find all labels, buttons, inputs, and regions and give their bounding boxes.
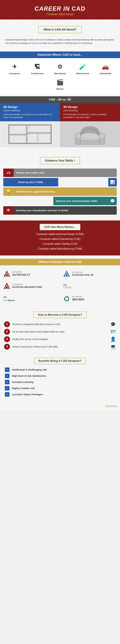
- 3dsmax-logo: [63, 295, 71, 302]
- how-step-3: 3 Finally, find Job as a CAD Designer 👤: [4, 336, 116, 342]
- footer: thinkvidya: [0, 403, 120, 411]
- svg-text:DS: DS: [64, 283, 67, 286]
- 3d-shape-svg: [60, 122, 120, 147]
- maths-icon: √x: [3, 168, 14, 177]
- it-label: Brush up your IT Skills: [3, 178, 58, 186]
- benefit-3: ✓ Highly Creative Job: [5, 386, 115, 390]
- step-4-icon: 💻: [110, 344, 116, 349]
- arch-name: AUTOCAD ARCHITECTURE: [12, 286, 42, 288]
- movies-label: Movies: [56, 88, 64, 90]
- software-section: Different Software Used in CAD AUTODESK …: [0, 257, 120, 308]
- biochemical-icon: 🧪: [77, 62, 88, 72]
- industry-mechanical: ⚙ Mechanical: [51, 62, 69, 75]
- 2d-image: [0, 121, 60, 147]
- svg-rect-4: [10, 126, 26, 134]
- automobile-label: Automobile: [100, 72, 111, 75]
- comparison-3d: 3D Design (Solid Modelling) A 3D illustr…: [60, 103, 120, 121]
- 3d-subtitle: (Solid Modelling): [63, 110, 117, 112]
- page-header: CAREER IN CAD Computer-Aided Design: [0, 0, 120, 20]
- civil3d-name: AUTOCAD CIVIL 3D: [72, 274, 93, 276]
- check-1-icon: ✓: [5, 374, 10, 378]
- svg-text:Works: Works: [8, 299, 15, 302]
- svg-text:CATIA: CATIA: [64, 286, 71, 289]
- check-0-icon: ✓: [5, 368, 10, 372]
- 3dsmax-name: 3DS MAX: [72, 298, 84, 302]
- benefit-3-text: Highly Creative Job: [12, 387, 35, 390]
- step-1-num: 1: [4, 321, 10, 327]
- maths-label: Pratice your maths well !: [14, 168, 117, 177]
- cad-names-section: CAD Has Many Names... Computer aided Ind…: [0, 220, 120, 256]
- 3dsmax-brand: AUTODESK: [72, 296, 84, 298]
- comparison-images: [0, 121, 120, 147]
- cad-comparison-section: CAD - 2D vs. 3D 2D Design (Surface Model…: [0, 95, 120, 150]
- industry-architecture: 🏗 Architecture: [28, 62, 46, 75]
- what-is-cad-heading: What is CAD All About?: [38, 26, 82, 33]
- how-step-2: 2 Do an internship where CAD-related ski…: [4, 329, 116, 335]
- visualization-label: Develop your Visualization and Eye To De…: [14, 206, 117, 215]
- benefit-0: ✓ Intellectual & Challenging Job: [5, 368, 115, 372]
- benefit-2: ✓ Constant Learning: [5, 380, 115, 384]
- logic-label: Enhance your Logical Reasoning: [14, 188, 117, 196]
- enhance-heading: Enhance Your Skills !: [40, 157, 80, 164]
- cad-names-heading: CAD Has Many Names...: [40, 224, 80, 230]
- biochemical-label: Biochemical: [77, 72, 89, 75]
- aerospace-icon: ✈: [9, 62, 20, 72]
- industries-grid: ✈ Aerospace 🏗 Architecture ⚙ Mechanical …: [0, 60, 120, 92]
- header-subtitle: Computer-Aided Design: [46, 13, 74, 16]
- visualization-icon: 👁: [3, 206, 14, 215]
- industry-biochemical: 🧪 Biochemical: [74, 62, 92, 75]
- software-solidworks: DS Solid Works: [3, 294, 58, 304]
- 2d-desc: A flat representation of a product, such…: [3, 113, 57, 119]
- communication-label: Improve your Communication Skills: [53, 197, 108, 205]
- cad-name-3: Computer aided Manufacturing (CAM): [3, 247, 117, 250]
- what-is-cad-text: Computer Aided Design (CAD) is the use o…: [0, 36, 120, 46]
- step-3-num: 3: [4, 336, 10, 342]
- software-catia: DS CATIA: [62, 282, 117, 290]
- skill-it: Brush up your IT Skills 📊: [3, 178, 117, 186]
- autocad-lt-brand: AUTODESK: [12, 271, 30, 273]
- svg-rect-6: [10, 136, 26, 143]
- step-4-text: Keep on learning to enhance your CAD ski…: [12, 346, 109, 348]
- skill-logic: 💡 Enhance your Logical Reasoning: [3, 188, 117, 196]
- check-2-icon: ✓: [5, 380, 10, 384]
- step-1-icon: 🎓: [110, 322, 116, 327]
- arch-brand: AUTODESK: [12, 284, 42, 286]
- it-icon: 📊: [108, 178, 117, 186]
- industry-aerospace: ✈ Aerospace: [6, 62, 24, 75]
- how-heading: How to Become a CAD Designer?: [33, 312, 86, 318]
- svg-point-11: [80, 133, 100, 140]
- benefits-section: Benefits Being A CAD Designer? ✓ Intelle…: [0, 354, 120, 403]
- how-to-become-section: How to Become a CAD Designer? 1 Enroll f…: [0, 308, 120, 354]
- movies-icon: 🎬: [54, 77, 66, 87]
- communication-icon: 💬: [108, 197, 117, 205]
- step-3-text: Finally, find Job as a CAD Designer: [12, 338, 109, 340]
- 2d-title: 2D Design: [3, 106, 57, 109]
- skill-visualization: 👁 Develop your Visualization and Eye To …: [3, 206, 117, 215]
- civil3d-brand: AUTODESK: [72, 271, 93, 274]
- 2d-subtitle: (Surface Modelling): [3, 110, 57, 112]
- benefit-4-text: Lucrative Salary Packages: [12, 393, 43, 396]
- software-architecture: AUTODESK AUTOCAD ARCHITECTURE: [3, 282, 58, 290]
- skill-communication: Improve your Communication Skills 💬: [3, 197, 117, 205]
- benefit-1: ✓ High level of Job Satisfaction: [5, 374, 115, 378]
- 3d-title: 3D Design: [63, 106, 117, 109]
- svg-rect-8: [38, 134, 50, 143]
- software-3dsmax: AUTODESK 3DS MAX: [62, 294, 117, 304]
- enhance-skills-section: Enhance Your Skills ! √x Pratice your ma…: [0, 150, 120, 219]
- benefit-0-text: Intellectual & Challenging Job: [12, 368, 47, 371]
- svg-text:DS: DS: [4, 296, 7, 298]
- svg-rect-5: [28, 126, 50, 132]
- comparison-2d: 2D Design (Surface Modelling) A flat rep…: [0, 103, 60, 121]
- step-2-icon: 🪪: [110, 329, 116, 334]
- autocad-lt-name: AUTOCAD LT: [12, 273, 30, 277]
- mechanical-icon: ⚙: [54, 62, 66, 72]
- software-civil3d: AUTODESK AUTOCAD CIVIL 3D: [62, 270, 117, 278]
- step-2-num: 2: [4, 329, 10, 335]
- cad-name-0: Computer aided Industrial Design (CAID): [3, 233, 117, 236]
- how-step-4: 4 Keep on learning to enhance your CAD s…: [4, 344, 116, 350]
- industry-automobile: 🚗 Automobile: [96, 62, 114, 75]
- cad-name-1: Computer aided Engineering (CAE): [3, 238, 117, 240]
- benefit-1-text: High level of Job Satisfaction: [12, 374, 46, 377]
- comparison-grid: 2D Design (Surface Modelling) A flat rep…: [0, 103, 120, 121]
- step-4-num: 4: [4, 344, 10, 350]
